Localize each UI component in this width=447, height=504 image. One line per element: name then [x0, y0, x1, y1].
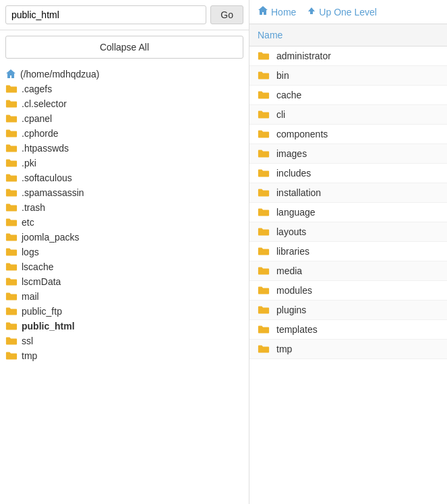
folder-icon — [258, 90, 270, 100]
file-row[interactable]: includes — [249, 164, 447, 183]
file-name: bin — [276, 70, 289, 81]
file-name: layouts — [276, 226, 306, 237]
tree-item-label: .htpasswds — [22, 143, 69, 154]
tree-item-etc[interactable]: etc — [0, 215, 249, 230]
tree-item-logs[interactable]: logs — [0, 245, 249, 259]
file-name: media — [276, 265, 302, 276]
tree-item-htpasswds[interactable]: .htpasswds — [0, 141, 249, 156]
tree-item-label: tmp — [22, 350, 37, 361]
go-button[interactable]: Go — [210, 5, 243, 24]
folder-icon — [258, 305, 270, 315]
tree-item-lscmData[interactable]: lscmData — [0, 274, 249, 289]
folder-icon — [258, 265, 270, 276]
tree-item-label: etc — [22, 217, 34, 228]
search-input[interactable] — [5, 5, 206, 24]
file-name: includes — [276, 168, 311, 179]
tree-item-pki[interactable]: .pki — [0, 156, 249, 170]
folder-icon — [5, 98, 18, 109]
tree-item-label: mail — [22, 291, 39, 302]
tree-item-label: .cphorde — [22, 128, 58, 139]
tree-item-label: public_ftp — [22, 306, 62, 317]
tree-item-label: .cpanel — [22, 113, 52, 124]
folder-icon — [5, 128, 18, 139]
folder-icon — [5, 187, 18, 198]
folder-icon — [258, 129, 270, 139]
file-name: language — [276, 207, 316, 218]
tree-item-public-html[interactable]: public_html — [0, 319, 249, 334]
tree-items-container: .cagefs .cl.selector .cpanel .cphorde .h… — [0, 82, 249, 363]
folder-icon — [258, 168, 270, 179]
tree-item-cl-selector[interactable]: .cl.selector — [0, 96, 249, 111]
folder-icon — [5, 247, 18, 257]
tree-item-home[interactable]: (/home/mdhqdzua) — [0, 67, 249, 82]
file-name: administrator — [276, 51, 331, 61]
tree-item-lscache[interactable]: lscache — [0, 259, 249, 274]
file-row[interactable]: installation — [249, 183, 447, 203]
search-bar: Go — [0, 0, 249, 30]
file-row[interactable]: images — [249, 144, 447, 164]
up-icon — [307, 6, 316, 18]
up-one-level-link[interactable]: Up One Level — [307, 6, 377, 18]
file-rows-container: administrator bin cache cli components i… — [249, 46, 447, 359]
home-icon — [5, 69, 16, 80]
file-table-header: Name — [249, 24, 447, 46]
file-name: components — [276, 129, 328, 139]
folder-icon — [258, 51, 270, 61]
folder-icon — [258, 148, 270, 159]
file-row[interactable]: plugins — [249, 301, 447, 320]
tree-item-label: logs — [22, 247, 39, 257]
file-row[interactable]: tmp — [249, 340, 447, 359]
folder-icon — [5, 321, 18, 332]
tree-item-joomla-packs[interactable]: joomla_packs — [0, 230, 249, 245]
tree-item-label: lscmData — [22, 276, 61, 287]
home-nav-label: Home — [271, 7, 296, 18]
folder-icon — [5, 350, 18, 361]
folder-icon — [5, 84, 18, 94]
tree-item-cagefs[interactable]: .cagefs — [0, 82, 249, 96]
file-name: cache — [276, 90, 301, 100]
tree-item-label: joomla_packs — [22, 232, 80, 243]
tree-item-tmp[interactable]: tmp — [0, 348, 249, 363]
tree-item-label: .cl.selector — [22, 98, 67, 109]
file-row[interactable]: modules — [249, 281, 447, 301]
tree-item-softaculous[interactable]: .softaculous — [0, 170, 249, 185]
folder-icon — [5, 306, 18, 317]
tree-item-cphorde[interactable]: .cphorde — [0, 126, 249, 141]
tree-item-ssl[interactable]: ssl — [0, 334, 249, 348]
tree-list: (/home/mdhqdzua) .cagefs .cl.selector .c… — [0, 64, 249, 504]
file-row[interactable]: language — [249, 203, 447, 222]
file-name: cli — [276, 109, 285, 120]
file-row[interactable]: bin — [249, 66, 447, 86]
tree-item-label: public_html — [22, 321, 75, 332]
file-row[interactable]: media — [249, 261, 447, 281]
home-nav-link[interactable]: Home — [258, 5, 296, 18]
file-row[interactable]: components — [249, 125, 447, 144]
tree-item-mail[interactable]: mail — [0, 289, 249, 304]
tree-item-trash[interactable]: .trash — [0, 200, 249, 215]
folder-icon — [5, 158, 18, 168]
collapse-all-button[interactable]: Collapse All — [5, 36, 243, 59]
file-name: modules — [276, 285, 312, 296]
left-panel: Go Collapse All (/home/mdhqdzua) .cagefs… — [0, 0, 249, 504]
tree-item-public-ftp[interactable]: public_ftp — [0, 304, 249, 319]
folder-icon — [5, 261, 18, 272]
tree-item-label: .cagefs — [22, 84, 52, 94]
folder-icon — [258, 285, 270, 296]
file-name: installation — [276, 187, 321, 198]
folder-icon — [258, 109, 270, 120]
folder-icon — [258, 187, 270, 198]
tree-item-cpanel[interactable]: .cpanel — [0, 111, 249, 126]
file-row[interactable]: layouts — [249, 222, 447, 242]
file-row[interactable]: templates — [249, 320, 447, 340]
tree-item-spamassassin[interactable]: .spamassassin — [0, 185, 249, 200]
file-row[interactable]: cache — [249, 86, 447, 105]
file-row[interactable]: administrator — [249, 46, 447, 66]
file-name: plugins — [276, 305, 306, 315]
file-name: libraries — [276, 246, 309, 257]
tree-item-label: lscache — [22, 261, 53, 272]
tree-item-label: .pki — [22, 158, 36, 168]
file-row[interactable]: cli — [249, 105, 447, 125]
folder-icon — [5, 143, 18, 154]
folder-icon — [258, 226, 270, 237]
file-row[interactable]: libraries — [249, 242, 447, 261]
